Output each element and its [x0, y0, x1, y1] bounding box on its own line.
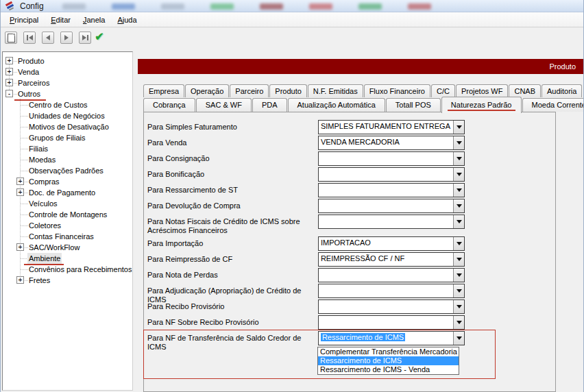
combo-box[interactable]	[318, 299, 465, 314]
combo-box[interactable]: SIMPLES FATURAMENTO ENTREGA	[318, 120, 465, 134]
combo-box[interactable]	[318, 199, 465, 213]
tree-item[interactable]: + Parceiros	[3, 77, 132, 88]
tree-expand-icon[interactable]: +	[5, 68, 13, 75]
tree-item[interactable]: Contas Financeiras	[3, 231, 132, 242]
tab[interactable]: Empresa	[143, 84, 184, 97]
tab[interactable]: Naturezas Padrão	[441, 97, 522, 113]
tree-item[interactable]: Motivos de Desativação	[3, 121, 132, 132]
tree-expand-icon[interactable]: +	[16, 188, 24, 196]
tree-item[interactable]: + Compras	[3, 176, 132, 187]
tab[interactable]: PDA	[252, 98, 287, 112]
combo-dropdown-button[interactable]	[453, 332, 464, 345]
tree-item[interactable]: Filiais	[3, 143, 132, 154]
tree-expand-icon[interactable]: +	[16, 177, 24, 185]
combo-box[interactable]	[318, 315, 465, 330]
combo-dropdown-button[interactable]	[453, 184, 464, 197]
combo-box[interactable]	[318, 215, 465, 229]
tree-item-label[interactable]: Contas Financeiras	[27, 231, 95, 242]
last-record-button[interactable]	[79, 32, 91, 44]
combo-dropdown-button[interactable]	[453, 253, 464, 266]
combo-box[interactable]: Ressarcimento de ICMS	[318, 331, 465, 345]
tab[interactable]: Operação	[185, 84, 229, 97]
next-record-button[interactable]	[60, 32, 73, 44]
tree-item[interactable]: Coletores	[3, 220, 132, 231]
dropdown-option[interactable]: Ressarcimento de ICMS - Venda	[318, 365, 459, 374]
dropdown-option[interactable]: Ressarcimento de ICMS	[318, 356, 459, 365]
combo-dropdown-button[interactable]	[453, 152, 464, 165]
tree-item-label[interactable]: Ambiente	[27, 253, 62, 264]
tree-expand-icon[interactable]: +	[16, 276, 24, 284]
combo-dropdown-button[interactable]	[453, 136, 464, 149]
prior-record-button[interactable]	[42, 32, 54, 44]
combo-dropdown-button[interactable]	[453, 199, 464, 212]
menu-item[interactable]: Ajuda	[111, 14, 143, 26]
tab[interactable]: SAC & WF	[196, 98, 252, 112]
tree-item[interactable]: + Venda	[3, 66, 132, 77]
menu-item[interactable]: Principal	[3, 14, 45, 26]
tree-item[interactable]: Veículos	[3, 198, 132, 209]
combo-box[interactable]	[318, 268, 465, 282]
tree-item[interactable]: Centro de Custos	[3, 99, 132, 110]
combo-box[interactable]	[318, 167, 465, 182]
combo-box[interactable]	[318, 151, 465, 166]
tree-item-label[interactable]: SAC/WorkFlow	[27, 242, 81, 253]
tree-item-label[interactable]: Compras	[27, 176, 61, 187]
tree-item[interactable]: Convênios para Recebimentos c	[3, 264, 132, 275]
tree-item-label[interactable]: Grupos de Filiais	[27, 132, 87, 143]
combo-dropdown-button[interactable]	[453, 168, 464, 181]
tree-item[interactable]: + Doc. de Pagamento	[3, 187, 132, 198]
tree-item-label[interactable]: Motivos de Desativação	[27, 121, 110, 132]
combo-box[interactable]: IMPORTACAO	[318, 236, 465, 251]
tree-item-label[interactable]: Fretes	[27, 275, 51, 286]
tab[interactable]: Atualização Automática	[288, 98, 385, 112]
tree-item-label[interactable]: Venda	[16, 66, 40, 77]
tab[interactable]: C/C	[431, 84, 455, 97]
combo-dropdown-button[interactable]	[453, 316, 464, 329]
tree-item[interactable]: - Outros	[3, 88, 132, 99]
tree-item[interactable]: Observações Padrões	[3, 165, 132, 176]
tree-item[interactable]: Unidades de Negócios	[3, 110, 132, 121]
tree-item[interactable]: Grupos de Filiais	[3, 132, 132, 143]
tab[interactable]: Projetos WF	[456, 84, 509, 97]
tree-item-label[interactable]: Observações Padrões	[27, 165, 105, 176]
tree-item[interactable]: + Fretes	[3, 275, 132, 286]
tab[interactable]: Produto	[269, 84, 307, 97]
menu-item[interactable]: Editar	[45, 14, 77, 26]
combo-dropdown-button[interactable]	[453, 300, 464, 313]
tab[interactable]: Parceiro	[230, 84, 269, 97]
tree-expand-icon[interactable]: -	[5, 90, 13, 97]
confirm-button[interactable]: ✔	[93, 30, 106, 44]
combo-box[interactable]: VENDA MERCADORIA	[318, 136, 465, 150]
tree-item-label[interactable]: Controle de Montagens	[27, 209, 108, 220]
new-record-button[interactable]	[5, 32, 17, 44]
tree-expand-icon[interactable]: +	[5, 57, 13, 64]
tree-item-label[interactable]: Filiais	[27, 143, 49, 154]
tab[interactable]: Moeda Corrente	[522, 98, 584, 112]
first-record-button[interactable]	[23, 32, 36, 44]
tree-item-label[interactable]: Outros	[16, 88, 42, 99]
tree-item[interactable]: + Produto	[3, 56, 132, 66]
tab[interactable]: Auditoria	[542, 84, 582, 97]
tab[interactable]: N.F. Emitidas	[308, 84, 363, 97]
combo-dropdown-button[interactable]	[453, 215, 464, 228]
combo-dropdown-button[interactable]	[453, 121, 464, 134]
tree-item-label[interactable]: Veículos	[27, 198, 59, 209]
combo-box[interactable]: REIMPRESSÃO CF / NF	[318, 252, 465, 267]
tree-item-label[interactable]: Centro de Custos	[27, 99, 89, 110]
tree-item-label[interactable]: Convênios para Recebimentos c	[27, 264, 133, 275]
tree-item[interactable]: Ambiente	[3, 253, 132, 264]
combo-dropdown-button[interactable]	[453, 269, 464, 282]
tree-item-label[interactable]: Moedas	[27, 154, 57, 165]
tree-item-label[interactable]: Doc. de Pagamento	[27, 187, 97, 198]
tree-expand-icon[interactable]: +	[5, 79, 13, 86]
combo-box[interactable]	[318, 183, 465, 197]
tree-item-label[interactable]: Unidades de Negócios	[27, 110, 106, 121]
tree-expand-icon[interactable]: +	[16, 243, 24, 251]
tree-item-label[interactable]: Parceiros	[16, 77, 51, 88]
menu-item[interactable]: Janela	[77, 14, 111, 26]
tab[interactable]: Fluxo Financeiro	[364, 84, 430, 97]
tab[interactable]: CNAB	[509, 84, 541, 97]
combo-box[interactable]	[318, 284, 465, 298]
dropdown-option[interactable]: Complementar Transferência Mercadoria	[318, 347, 459, 356]
tab[interactable]: Cobrança	[143, 98, 195, 112]
